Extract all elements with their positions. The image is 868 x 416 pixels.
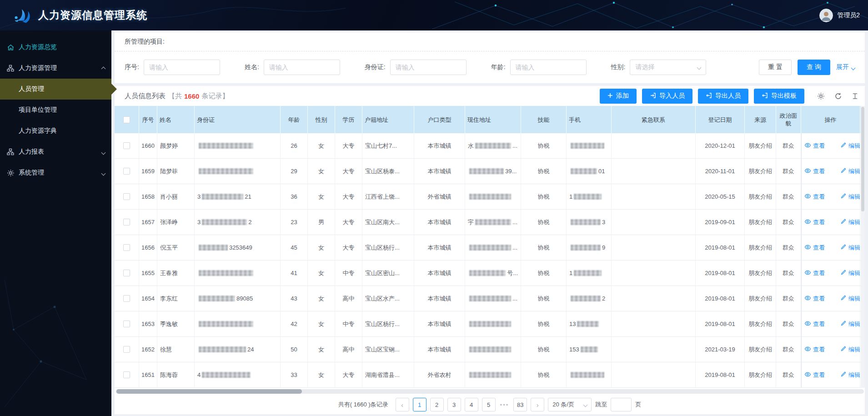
redacted-text	[469, 270, 506, 276]
scrollbar-thumb[interactable]	[861, 107, 864, 211]
view-action[interactable]: 查看	[804, 295, 825, 303]
view-action[interactable]: 查看	[804, 346, 825, 354]
view-action[interactable]: 查看	[804, 167, 825, 175]
filter-age-input[interactable]	[510, 60, 587, 75]
edit-action[interactable]: 编辑	[840, 371, 860, 379]
export-personnel-button[interactable]: 导出人员	[698, 89, 748, 104]
cell-checkbox	[115, 337, 139, 362]
cell-current_address	[465, 184, 521, 209]
sidebar-item-hr-management[interactable]: 人力资源管理	[0, 58, 111, 79]
cell-register_date: 2019-08-01	[696, 311, 745, 336]
page-button-4[interactable]: 4	[465, 398, 478, 411]
filter-field-age: 年龄:	[491, 60, 587, 75]
page-size-select[interactable]: 20 条/页	[548, 398, 592, 411]
row-checkbox[interactable]	[123, 346, 130, 353]
sidebar-item-personnel-management[interactable]: 人员管理	[0, 79, 111, 100]
avatar[interactable]	[819, 9, 833, 22]
refresh-icon[interactable]	[834, 92, 842, 100]
cell-phone: 9	[567, 235, 612, 260]
row-checkbox[interactable]	[123, 371, 130, 378]
row-checkbox[interactable]	[123, 321, 130, 327]
cell-phone	[567, 133, 612, 158]
cell-idcard: 24	[195, 337, 281, 362]
cell-registered_address: 宝山区杨行...	[362, 311, 414, 336]
export-template-button[interactable]: 导出模板	[754, 89, 804, 104]
select-all-checkbox[interactable]	[123, 116, 130, 123]
cell-current_address: 号...	[465, 261, 521, 286]
view-action[interactable]: 查看	[804, 269, 825, 277]
cell-education: 中专	[335, 311, 362, 336]
density-icon[interactable]	[852, 93, 858, 100]
reset-button[interactable]: 重 置	[759, 60, 792, 75]
page-button-5[interactable]: 5	[482, 398, 496, 411]
page-button-83[interactable]: 83	[513, 398, 527, 411]
sidebar-item-hr-dictionary[interactable]: 人力资源字典	[0, 120, 111, 141]
next-page-button[interactable]: ›	[531, 398, 544, 411]
sidebar-item-label: 人力资源管理	[19, 64, 57, 72]
cell-age: 23	[281, 210, 308, 235]
scrollbar-thumb[interactable]	[116, 389, 302, 394]
cell-current_address	[465, 311, 521, 336]
import-personnel-button[interactable]: 导入人员	[642, 89, 692, 104]
view-action[interactable]: 查看	[804, 371, 825, 379]
redacted-text	[199, 321, 253, 327]
view-action[interactable]: 查看	[804, 320, 825, 328]
edit-action[interactable]: 编辑	[840, 346, 860, 354]
row-checkbox[interactable]	[123, 270, 130, 276]
add-button[interactable]: 添加	[600, 89, 637, 104]
filter-seq-label: 序号:	[125, 63, 139, 71]
user-menu[interactable]: 管理员2	[819, 0, 860, 30]
row-checkbox[interactable]	[123, 168, 130, 175]
cell-actions: 查看编辑	[801, 362, 860, 387]
redacted-text	[469, 194, 511, 200]
sidebar-item-project-unit-management[interactable]: 项目单位管理	[0, 100, 111, 120]
view-label: 查看	[813, 371, 825, 379]
row-checkbox[interactable]	[123, 219, 130, 226]
edit-action[interactable]: 编辑	[840, 167, 860, 175]
edit-action[interactable]: 编辑	[840, 244, 860, 252]
view-action[interactable]: 查看	[804, 193, 825, 201]
row-checkbox[interactable]	[123, 142, 130, 149]
sidebar-decoration	[0, 225, 111, 416]
edit-action[interactable]: 编辑	[840, 193, 860, 201]
row-checkbox[interactable]	[123, 193, 130, 200]
vertical-scrollbar[interactable]	[861, 106, 865, 388]
edit-action[interactable]: 编辑	[840, 320, 860, 328]
jump-page-input[interactable]	[611, 398, 632, 411]
page-button-2[interactable]: 2	[430, 398, 444, 411]
view-label: 查看	[813, 193, 825, 201]
cell-phone: 1	[567, 184, 612, 209]
search-button[interactable]: 查 询	[798, 60, 830, 75]
cell-phone: 01	[567, 159, 612, 184]
cell-register_date: 2021-03-19	[696, 337, 745, 362]
view-action[interactable]: 查看	[804, 218, 825, 226]
settings-icon[interactable]	[817, 92, 825, 100]
horizontal-scrollbar[interactable]	[115, 389, 864, 394]
cell-register_date: 2020-11-01	[696, 159, 745, 184]
edit-action[interactable]: 编辑	[840, 142, 860, 150]
sitemap-icon	[7, 65, 19, 72]
sidebar-item-hr-overview[interactable]: 人力资源总览	[0, 37, 111, 58]
view-action[interactable]: 查看	[804, 244, 825, 252]
edit-action[interactable]: 编辑	[840, 269, 860, 277]
sidebar-item-hr-reports[interactable]: 人力报表	[0, 141, 111, 162]
filter-seq-input[interactable]	[144, 60, 220, 75]
cell-political: 群众	[776, 210, 801, 235]
prev-page-button[interactable]: ‹	[396, 398, 409, 411]
filter-name-input[interactable]	[264, 60, 340, 75]
column-header-checkbox	[115, 106, 139, 133]
cell-name: 张泽峥	[157, 210, 195, 235]
row-checkbox[interactable]	[123, 295, 130, 302]
column-header-political: 政治面貌	[776, 106, 801, 133]
expand-toggle[interactable]: 展开	[836, 63, 855, 71]
list-panel: 人员信息列表 【共 1660 条记录】 添加导入人员导出人员导出模板 序号姓名身…	[115, 86, 865, 414]
edit-action[interactable]: 编辑	[840, 218, 860, 226]
edit-action[interactable]: 编辑	[840, 295, 860, 303]
filter-gender-select[interactable]: 请选择	[630, 60, 706, 75]
sidebar-item-system-management[interactable]: 系统管理	[0, 162, 111, 183]
page-button-3[interactable]: 3	[447, 398, 461, 411]
filter-idcard-input[interactable]	[390, 60, 467, 75]
page-button-1[interactable]: 1	[413, 398, 426, 411]
view-action[interactable]: 查看	[804, 142, 825, 150]
row-checkbox[interactable]	[123, 244, 130, 251]
